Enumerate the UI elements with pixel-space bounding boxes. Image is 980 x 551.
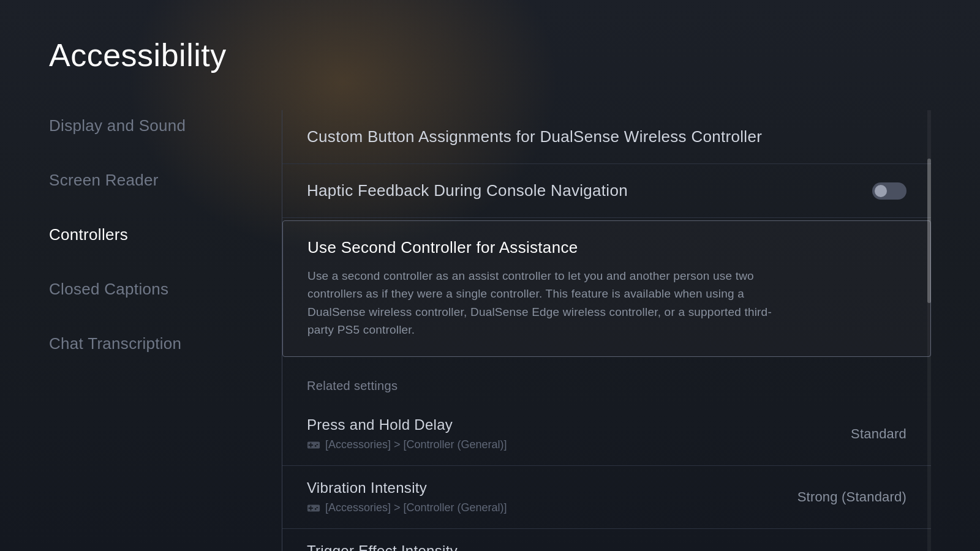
haptic-feedback-label: Haptic Feedback During Console Navigatio… [307, 181, 628, 200]
sidebar-item-display-and-sound[interactable]: Display and Sound [49, 116, 257, 135]
scrollbar-thumb [927, 159, 931, 303]
toggle-thumb [875, 185, 887, 197]
custom-button-setting[interactable]: Custom Button Assignments for DualSense … [282, 110, 931, 164]
vibration-intensity-path: [Accessories] > [Controller (General)] [307, 501, 507, 515]
controller-icon-2 [307, 501, 320, 515]
vibration-intensity-label: Vibration Intensity [307, 479, 507, 497]
press-hold-delay-item[interactable]: Press and Hold Delay [Accessories] > [Co… [282, 403, 931, 466]
second-controller-description: Use a second controller as an assist con… [307, 267, 785, 339]
second-controller-label: Use Second Controller for Assistance [307, 238, 906, 257]
scrollbar-track[interactable] [927, 110, 931, 551]
second-controller-wrapper: Use Second Controller for Assistance Use… [282, 218, 931, 359]
haptic-feedback-setting[interactable]: Haptic Feedback During Console Navigatio… [282, 164, 931, 218]
trigger-effect-left: Trigger Effect Intensity [Accessories] >… [307, 542, 507, 551]
toggle-track [872, 182, 907, 200]
vibration-intensity-left: Vibration Intensity [Accessories] > [Con… [307, 479, 507, 515]
press-hold-delay-value: Standard [851, 426, 907, 442]
press-hold-delay-path: [Accessories] > [Controller (General)] [307, 438, 507, 452]
sidebar-item-screen-reader[interactable]: Screen Reader [49, 171, 257, 190]
sidebar-item-controllers[interactable]: Controllers [49, 225, 257, 244]
trigger-effect-item[interactable]: Trigger Effect Intensity [Accessories] >… [282, 529, 931, 551]
vibration-intensity-item[interactable]: Vibration Intensity [Accessories] > [Con… [282, 466, 931, 529]
sidebar-item-chat-transcription[interactable]: Chat Transcription [49, 334, 257, 353]
press-hold-delay-label: Press and Hold Delay [307, 416, 507, 433]
sidebar: Display and Sound Screen Reader Controll… [49, 110, 282, 551]
custom-button-label: Custom Button Assignments for DualSense … [307, 127, 762, 146]
page-title: Accessibility [49, 37, 931, 73]
controller-icon [307, 438, 320, 452]
press-hold-delay-path-text: [Accessories] > [Controller (General)] [325, 438, 507, 451]
press-hold-delay-left: Press and Hold Delay [Accessories] > [Co… [307, 416, 507, 452]
trigger-effect-label: Trigger Effect Intensity [307, 542, 507, 551]
haptic-feedback-toggle[interactable] [872, 182, 907, 200]
vibration-intensity-value: Strong (Standard) [797, 489, 907, 505]
settings-panel: Custom Button Assignments for DualSense … [282, 110, 931, 551]
related-settings-header: Related settings [282, 359, 931, 403]
sidebar-item-closed-captions[interactable]: Closed Captions [49, 280, 257, 299]
vibration-intensity-path-text: [Accessories] > [Controller (General)] [325, 501, 507, 514]
second-controller-setting[interactable]: Use Second Controller for Assistance Use… [282, 220, 931, 357]
